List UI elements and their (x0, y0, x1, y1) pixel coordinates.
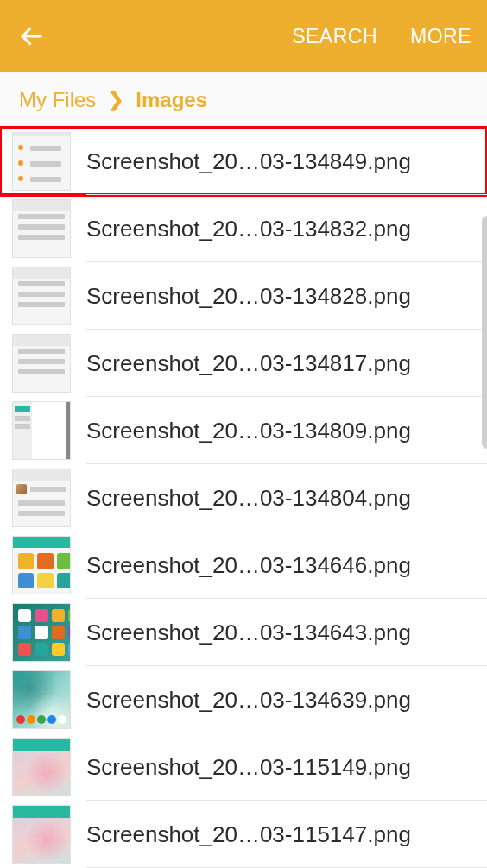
file-thumbnail (12, 603, 71, 662)
toolbar: SEARCH MORE (0, 0, 487, 72)
file-name: Screenshot_20…03-134832.png (86, 216, 487, 242)
file-thumbnail (12, 469, 71, 527)
scroll-indicator[interactable] (482, 216, 487, 449)
breadcrumb: My Files ❯ Images (0, 72, 487, 128)
chevron-right-icon: ❯ (108, 89, 123, 111)
file-row[interactable]: Screenshot_20…03-134804.png (0, 464, 487, 531)
back-arrow-icon (18, 23, 44, 49)
file-name: Screenshot_20…03-134809.png (86, 418, 487, 444)
file-thumbnail (12, 401, 71, 460)
file-thumbnail (12, 670, 71, 729)
file-thumbnail (12, 738, 71, 796)
file-name: Screenshot_20…03-134646.png (86, 552, 487, 579)
file-row[interactable]: Screenshot_20…03-134643.png (0, 599, 487, 666)
file-row[interactable]: Screenshot_20…03-134817.png (0, 330, 487, 397)
file-thumbnail (12, 199, 71, 258)
breadcrumb-current: Images (136, 88, 207, 112)
file-name: Screenshot_20…03-134849.png (86, 148, 487, 175)
row-divider (86, 194, 487, 195)
file-row[interactable]: Screenshot_20…03-134828.png (0, 262, 487, 330)
file-thumbnail (12, 805, 71, 864)
file-name: Screenshot_20…03-115149.png (86, 754, 487, 781)
more-action[interactable]: MORE (410, 25, 471, 48)
file-row[interactable]: Screenshot_20…03-115149.png (0, 733, 487, 801)
file-thumbnail (12, 267, 71, 325)
file-row[interactable]: Screenshot_20…03-134849.png (0, 128, 487, 195)
file-name: Screenshot_20…03-134828.png (86, 283, 487, 310)
file-thumbnail (12, 132, 71, 191)
breadcrumb-root[interactable]: My Files (19, 88, 96, 112)
file-name: Screenshot_20…03-134804.png (86, 485, 487, 512)
file-name: Screenshot_20…03-134639.png (86, 687, 487, 714)
search-action[interactable]: SEARCH (292, 25, 377, 48)
file-row[interactable]: Screenshot_20…03-115147.png (0, 801, 487, 868)
file-row[interactable]: Screenshot_20…03-134832.png (0, 195, 487, 262)
file-name: Screenshot_20…03-134643.png (86, 620, 487, 646)
file-list: Screenshot_20…03-134849.pngScreenshot_20… (0, 128, 487, 868)
file-row[interactable]: Screenshot_20…03-134809.png (0, 397, 487, 464)
file-row[interactable]: Screenshot_20…03-134646.png (0, 531, 487, 599)
file-thumbnail (12, 334, 71, 393)
file-row[interactable]: Screenshot_20…03-134639.png (0, 666, 487, 733)
file-name: Screenshot_20…03-134817.png (86, 350, 487, 377)
file-name: Screenshot_20…03-115147.png (86, 821, 487, 848)
back-button[interactable] (10, 16, 52, 57)
file-thumbnail (12, 536, 71, 594)
